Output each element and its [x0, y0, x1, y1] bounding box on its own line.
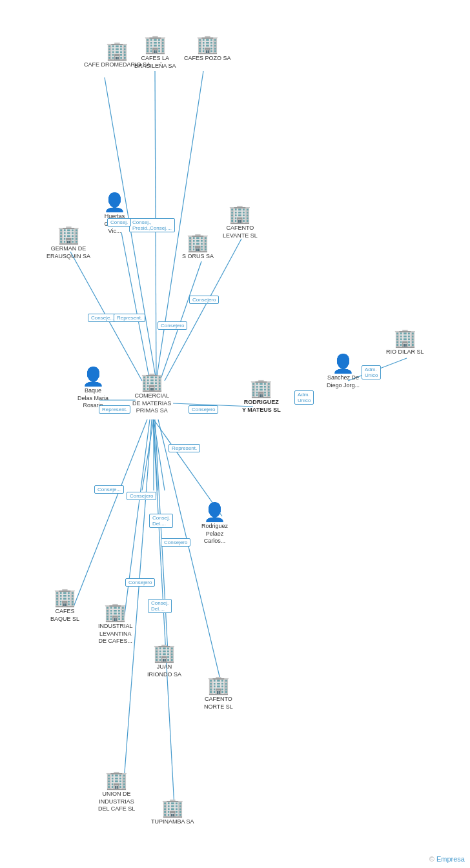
building-icon: 🏢 [141, 373, 163, 391]
rio-dilar-node[interactable]: 🏢 RIO DILAR SL [386, 329, 424, 356]
badge-consejero-2: Consejero [189, 296, 219, 304]
comercial-node[interactable]: 🏢 COMERCIALDE MATERIASPRIMAS SA [132, 373, 171, 415]
industrial-levantina-node[interactable]: 🏢 INDUSTRIALLEVANTINADE CAFES... [98, 603, 133, 645]
connection-lines [0, 0, 470, 868]
badge-consejero-7: Consejero [125, 578, 155, 587]
badge-consejero-5: Consejero [127, 492, 156, 500]
cafento-levante-label: CAFENTOLEVANTE SL [223, 225, 258, 239]
baque-delas-node[interactable]: 👤 BaqueDelas MariaRosario [77, 368, 108, 410]
rodriguez-pelaez-label: RodriguezPelaezCarlos... [201, 523, 228, 545]
building-icon: 🏢 [153, 644, 176, 662]
building-icon: 🏢 [394, 329, 416, 347]
cafes-baque-node[interactable]: 🏢 CAFESBAQUE SL [50, 589, 79, 623]
svg-line-13 [142, 419, 154, 490]
building-icon: 🏢 [161, 799, 184, 817]
industrial-levantina-label: INDUSTRIALLEVANTINADE CAFES... [98, 623, 133, 645]
svg-line-16 [124, 419, 150, 620]
rodriguez-mateus-node[interactable]: 🏢 RODRIGUEZY MATEUS SL [242, 379, 281, 414]
union-industrias-node[interactable]: 🏢 UNION DEINDUSTRIASDEL CAFE SL [98, 771, 135, 813]
german-erausquin-node[interactable]: 🏢 GERMAN DEERAUSQUIN SA [46, 226, 90, 260]
tupinamba-label: TUPINAMBA SA [151, 818, 194, 826]
cafes-la-brasilena-label: CAFES LABRASILEÑA SA [134, 55, 176, 70]
tupinamba-node[interactable]: 🏢 TUPINAMBA SA [151, 799, 194, 826]
svg-line-4 [121, 232, 150, 381]
rio-dilar-label: RIO DILAR SL [386, 348, 424, 356]
cafes-pozo-label: CAFES POZO SA [184, 55, 231, 63]
graph-canvas: 🏢 CAFE DROMEDARIO SA 🏢 CAFES LABRASILEÑA… [0, 0, 470, 868]
juan-iriondo-label: JUANIRIONDO SA [147, 663, 181, 678]
s-orus-node[interactable]: 🏢 S ORUS SA [182, 234, 214, 261]
building-icon: 🏢 [144, 35, 167, 54]
building-icon: 🏢 [207, 676, 230, 694]
person-icon: 👤 [103, 194, 126, 212]
badge-adm-unico-2: Adm.Unico [362, 365, 381, 379]
building-icon: 🏢 [187, 234, 209, 252]
building-icon: 🏢 [54, 589, 76, 607]
huertas-guerola-node[interactable]: 👤 HuertasGuerolaVic... [103, 194, 126, 236]
building-icon: 🏢 [196, 35, 219, 54]
comercial-label: COMERCIALDE MATERIASPRIMAS SA [132, 392, 171, 415]
svg-line-20 [153, 419, 174, 807]
person-icon: 👤 [203, 503, 226, 521]
person-icon: 👤 [332, 355, 354, 373]
rodriguez-pelaez-node[interactable]: 👤 RodriguezPelaezCarlos... [201, 503, 228, 545]
union-industrias-label: UNION DEINDUSTRIASDEL CAFE SL [98, 791, 135, 813]
juan-iriondo-node[interactable]: 🏢 JUANIRIONDO SA [147, 644, 181, 678]
building-icon: 🏢 [106, 42, 128, 60]
badge-consej-del-1: Consej.Del.... [149, 514, 173, 528]
badge-consejero-4: Consejero [189, 405, 218, 414]
rodriguez-mateus-label: RODRIGUEZY MATEUS SL [242, 399, 281, 414]
badge-represent-1: Represent. [114, 314, 145, 322]
sanchez-diego-label: Sanchez DeDiego Jorg... [327, 374, 360, 389]
badge-conseje-4: Conseje... [94, 485, 124, 494]
cafes-pozo-node[interactable]: 🏢 CAFES POZO SA [184, 35, 231, 63]
svg-line-12 [154, 419, 165, 490]
building-icon: 🏢 [229, 205, 251, 223]
badge-consej-presid: Consej.,Presid.,Consej.... [129, 218, 175, 232]
badge-consej-del-2: Consej.Del.... [148, 599, 172, 613]
building-icon: 🏢 [57, 226, 80, 244]
sanchez-diego-node[interactable]: 👤 Sanchez DeDiego Jorg... [327, 355, 360, 389]
cafento-norte-node[interactable]: 🏢 CAFENTONORTE SL [204, 676, 233, 711]
svg-line-11 [154, 419, 158, 490]
cafento-norte-label: CAFENTONORTE SL [204, 696, 233, 711]
badge-consejero-3: Consejero [158, 321, 187, 330]
building-icon: 🏢 [105, 771, 128, 789]
cafento-levante-node[interactable]: 🏢 CAFENTOLEVANTE SL [223, 205, 258, 239]
s-orus-label: S ORUS SA [182, 253, 214, 261]
building-icon: 🏢 [104, 603, 127, 621]
cafes-baque-label: CAFESBAQUE SL [50, 608, 79, 623]
badge-represent-2: Represent. [99, 405, 130, 414]
badge-represent-3: Represent. [169, 444, 200, 452]
svg-line-17 [155, 419, 168, 652]
watermark-brand: Empresa [436, 855, 465, 863]
person-icon: 👤 [82, 368, 105, 386]
building-icon-orange: 🏢 [250, 379, 272, 398]
cafes-la-brasilena-node[interactable]: 🏢 CAFES LABRASILEÑA SA [134, 35, 176, 70]
watermark: © Empresa [429, 855, 465, 863]
badge-consej-1: Consej. [107, 218, 131, 227]
badge-adm-unico-1: Adm.Unico [294, 390, 314, 405]
german-erausquin-label: GERMAN DEERAUSQUIN SA [46, 245, 90, 260]
badge-consejero-6: Consejero [161, 538, 190, 547]
